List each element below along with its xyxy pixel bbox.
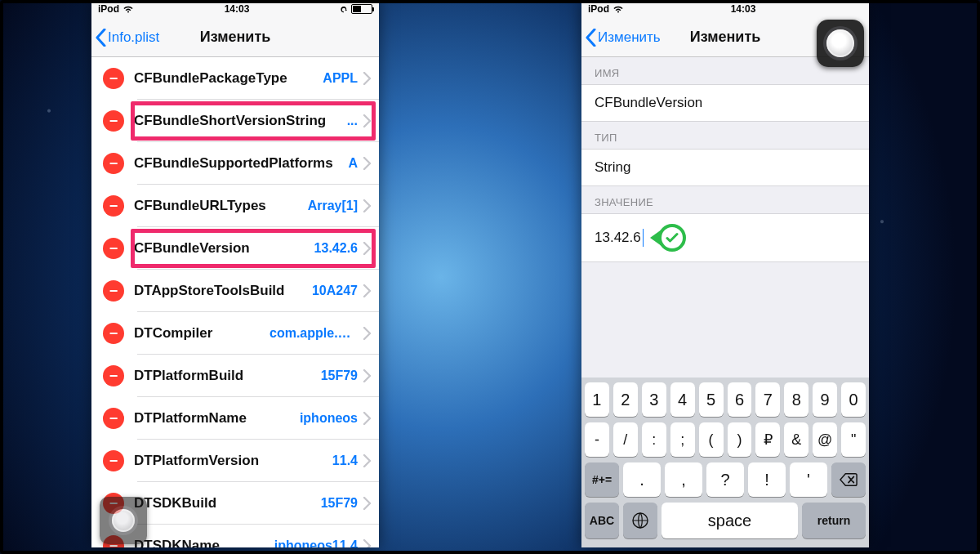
table-row[interactable]: −DTPlatformBuild15F79	[91, 355, 379, 397]
globe-icon	[631, 512, 649, 529]
chevron-right-icon	[363, 284, 371, 297]
key-.[interactable]: .	[623, 462, 661, 497]
key-return[interactable]: return	[802, 503, 866, 538]
device-label: iPod	[588, 3, 609, 15]
right-screenshot: iPod 14:03 Изменить Изменить ИМЯ CFBundl…	[581, 0, 869, 547]
apply-checkmark-badge[interactable]	[650, 224, 688, 252]
value-text: 13.42.6	[595, 230, 641, 246]
key-)[interactable]: )	[728, 422, 752, 457]
key-([interactable]: (	[699, 422, 724, 457]
chevron-right-icon	[363, 199, 371, 212]
table-row[interactable]: −DTPlatformVersion11.4	[91, 440, 379, 482]
key-space[interactable]: space	[662, 503, 798, 538]
row-key: CFBundleVersion	[134, 240, 308, 257]
delete-button[interactable]: −	[103, 238, 124, 259]
table-row[interactable]: −CFBundlePackageTypeAPPL	[91, 57, 379, 100]
chevron-right-icon	[363, 454, 371, 467]
statusbar: iPod 14:03	[91, 0, 379, 18]
back-label: Изменить	[598, 29, 661, 46]
key-6[interactable]: 6	[728, 382, 752, 417]
key-₽[interactable]: ₽	[755, 422, 780, 457]
back-button[interactable]: Изменить	[581, 29, 661, 47]
table-row[interactable]: −DTPlatformNameiphoneos	[91, 397, 379, 440]
delete-button[interactable]: −	[103, 280, 124, 302]
keyboard[interactable]: 1234567890 -/:;()₽&@" #+= .,?!' ABC spac…	[581, 378, 869, 547]
key-4[interactable]: 4	[670, 382, 695, 417]
key-,[interactable]: ,	[665, 462, 702, 497]
row-value: iphoneos	[300, 411, 358, 426]
chevron-right-icon	[363, 412, 371, 425]
assistive-touch-button[interactable]	[100, 497, 147, 544]
table-row[interactable]: −CFBundleVersion13.42.6	[91, 227, 379, 270]
delete-button[interactable]: −	[103, 153, 124, 174]
page-title: Изменить	[690, 29, 761, 46]
chevron-left-icon	[95, 29, 106, 47]
key-:[interactable]: :	[642, 422, 666, 457]
key-1[interactable]: 1	[585, 382, 609, 417]
value-field[interactable]: 13.42.6	[581, 213, 869, 262]
key-@[interactable]: @	[813, 422, 837, 457]
chevron-right-icon	[363, 157, 371, 170]
delete-button[interactable]: −	[103, 408, 124, 429]
table-row[interactable]: −CFBundleSupportedPlatformsA	[91, 142, 379, 185]
text-caret	[643, 229, 644, 247]
key-![interactable]: !	[748, 462, 786, 497]
key-&[interactable]: &	[784, 422, 808, 457]
key-5[interactable]: 5	[699, 382, 724, 417]
delete-button[interactable]: −	[103, 365, 124, 386]
key-"[interactable]: "	[841, 422, 866, 457]
row-value: 13.42.6	[314, 241, 358, 256]
key--[interactable]: -	[585, 422, 609, 457]
battery-icon	[351, 4, 372, 14]
row-key: DTSDKName	[134, 538, 268, 547]
key-/[interactable]: /	[613, 422, 638, 457]
table-row[interactable]: −DTCompilercom.apple.compil...	[91, 312, 379, 355]
delete-button[interactable]: −	[103, 195, 124, 217]
back-button[interactable]: Info.plist	[91, 29, 159, 47]
row-key: DTCompiler	[134, 325, 263, 342]
key-shift[interactable]: #+=	[585, 462, 619, 497]
row-key: DTSDKBuild	[134, 495, 314, 512]
row-value: iphoneos11.4	[274, 538, 358, 547]
key-globe[interactable]	[623, 503, 657, 538]
chevron-right-icon	[363, 497, 371, 510]
row-key: CFBundleSupportedPlatforms	[134, 155, 341, 172]
table-row[interactable]: −CFBundleShortVersionString...	[91, 100, 379, 142]
delete-button[interactable]: −	[103, 68, 124, 89]
delete-button[interactable]: −	[103, 323, 124, 344]
row-key: CFBundleURLTypes	[134, 198, 301, 214]
clock: 14:03	[225, 3, 250, 15]
wifi-icon	[122, 5, 134, 13]
key-backspace[interactable]	[831, 462, 866, 497]
plist-table[interactable]: −CFBundlePackageTypeAPPL−CFBundleShortVe…	[91, 57, 379, 547]
key-abc[interactable]: ABC	[585, 503, 619, 538]
key-8[interactable]: 8	[784, 382, 808, 417]
name-field[interactable]: CFBundleVersion	[581, 84, 869, 122]
key-?[interactable]: ?	[706, 462, 744, 497]
row-key: DTPlatformName	[134, 410, 293, 427]
key-;[interactable]: ;	[670, 422, 695, 457]
row-value: ...	[347, 114, 358, 128]
key-'[interactable]: '	[790, 462, 827, 497]
delete-button[interactable]: −	[103, 450, 124, 471]
key-2[interactable]: 2	[613, 382, 638, 417]
delete-button[interactable]: −	[103, 110, 124, 132]
type-section-label: ТИП	[581, 122, 869, 149]
chevron-right-icon	[363, 242, 371, 255]
chevron-right-icon	[363, 369, 371, 382]
assistive-touch-button[interactable]	[817, 20, 864, 67]
table-row[interactable]: −DTAppStoreToolsBuild10A247	[91, 270, 379, 312]
row-value: 15F79	[321, 496, 358, 511]
row-value: APPL	[323, 71, 358, 86]
table-row[interactable]: −CFBundleURLTypesArray[1]	[91, 185, 379, 227]
key-7[interactable]: 7	[755, 382, 780, 417]
key-3[interactable]: 3	[642, 382, 666, 417]
key-0[interactable]: 0	[841, 382, 866, 417]
backspace-icon	[840, 471, 858, 489]
navbar: Info.plist Изменить	[91, 18, 379, 57]
type-field[interactable]: String	[581, 149, 869, 186]
row-value: 10A247	[312, 284, 358, 298]
chevron-right-icon	[363, 72, 371, 85]
key-9[interactable]: 9	[813, 382, 837, 417]
row-value: com.apple.compil...	[270, 326, 358, 341]
